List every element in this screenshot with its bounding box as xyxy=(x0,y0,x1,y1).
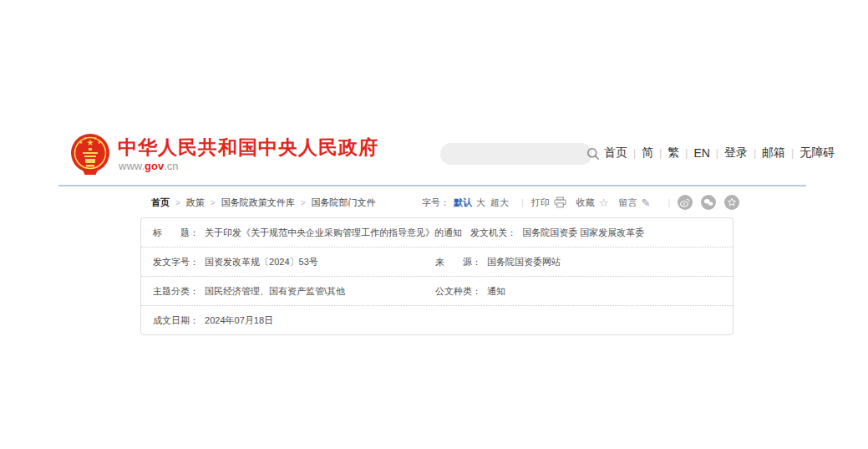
doc-type-label: 公文种类： xyxy=(435,286,481,296)
toolbar: 字号： 默认 大 超大 | 打印 收藏 ☆ 留言 ✎ | xyxy=(422,195,739,210)
national-emblem-logo[interactable]: ★ ★ ★ ★ ★ xyxy=(67,131,114,178)
title-label: 标 题： xyxy=(153,227,199,237)
doc-number-value: 国资发改革规〔2024〕53号 xyxy=(205,257,318,267)
meta-cell-source: 来 源： 国务院国资委网站 xyxy=(435,256,561,268)
site-url: www.gov.cn xyxy=(119,160,179,172)
topic-label: 主题分类： xyxy=(153,286,199,296)
font-size-default-button[interactable]: 默认 xyxy=(454,196,472,209)
breadcrumb-policy-library[interactable]: 国务院政策文件库 xyxy=(221,196,295,209)
toolbar-separator: | xyxy=(521,197,524,207)
site-url-cn: .cn xyxy=(164,160,178,172)
meta-cell-date: 成文日期： 2024年07月18日 xyxy=(153,314,435,327)
printer-icon xyxy=(554,196,566,208)
meta-cell-topic: 主题分类： 国民经济管理、国有资产监管\其他 xyxy=(153,285,435,298)
top-nav: 首页| 简| 繁| EN| 登录| 邮箱| 无障碍 xyxy=(598,145,840,161)
nav-link-simplified[interactable]: 简 xyxy=(636,145,659,161)
meta-row-date: 成文日期： 2024年07月18日 xyxy=(141,306,733,335)
comment-label: 留言 xyxy=(619,196,637,209)
topic-value: 国民经济管理、国有资产监管\其他 xyxy=(205,286,345,296)
meta-row-topic: 主题分类： 国民经济管理、国有资产监管\其他 公文种类： 通知 xyxy=(141,277,733,306)
site-url-www: www. xyxy=(119,160,145,172)
nav-link-mail[interactable]: 邮箱 xyxy=(756,145,791,161)
breadcrumb-policy[interactable]: 政策 xyxy=(186,196,205,209)
meta-row-doc-number: 发文字号： 国资发改革规〔2024〕53号 来 源： 国务院国资委网站 xyxy=(141,247,733,277)
font-size-xlarge-button[interactable]: 超大 xyxy=(490,196,509,209)
document-meta-box: 标 题： 关于印发《关于规范中央企业采购管理工作的指导意见》的通知 发文机关： … xyxy=(140,217,733,335)
star-icon: ☆ xyxy=(599,197,609,208)
comment-button[interactable]: 留言 ✎ xyxy=(619,196,651,209)
meta-cell-issuing-org: 发文机关： 国务院国资委 国家发展改革委 xyxy=(470,227,644,239)
breadcrumb-home[interactable]: 首页 xyxy=(151,196,170,209)
print-button[interactable]: 打印 xyxy=(531,196,566,209)
breadcrumb-department-docs[interactable]: 国务院部门文件 xyxy=(312,196,376,209)
font-size-label: 字号： xyxy=(422,196,449,209)
nav-link-home[interactable]: 首页 xyxy=(598,145,633,161)
meta-cell-doc-type: 公文种类： 通知 xyxy=(435,285,505,298)
toolbar-separator: | xyxy=(667,197,670,207)
breadcrumb: 首页 > 政策 > 国务院政策文件库 > 国务院部门文件 xyxy=(151,196,376,209)
favorite-button[interactable]: 收藏 ☆ xyxy=(576,196,609,209)
breadcrumb-separator: > xyxy=(301,198,306,207)
header-divider xyxy=(58,185,806,186)
doc-number-label: 发文字号： xyxy=(153,257,199,267)
breadcrumb-separator: > xyxy=(211,198,216,207)
source-value: 国务院国资委网站 xyxy=(487,257,561,267)
issuing-org-value: 国务院国资委 国家发展改革委 xyxy=(522,227,644,237)
svg-text:★: ★ xyxy=(84,135,88,140)
nav-link-accessibility[interactable]: 无障碍 xyxy=(794,145,840,161)
issuing-org-label: 发文机关： xyxy=(470,227,516,237)
meta-row-title: 标 题： 关于印发《关于规范中央企业采购管理工作的指导意见》的通知 发文机关： … xyxy=(141,218,733,247)
search-input[interactable] xyxy=(440,143,586,165)
doc-type-value: 通知 xyxy=(487,286,505,296)
meta-cell-title: 标 题： 关于印发《关于规范中央企业采购管理工作的指导意见》的通知 xyxy=(153,227,462,239)
source-label: 来 源： xyxy=(435,257,481,267)
favorite-label: 收藏 xyxy=(576,196,595,209)
weibo-share-icon[interactable] xyxy=(678,195,693,210)
wechat-share-icon[interactable] xyxy=(701,195,716,210)
pencil-icon: ✎ xyxy=(642,197,651,208)
print-label: 打印 xyxy=(531,196,550,209)
site-title[interactable]: 中华人民共和国中央人民政府 xyxy=(118,135,378,161)
nav-link-traditional[interactable]: 繁 xyxy=(662,145,685,161)
qzone-star-share-icon[interactable] xyxy=(724,195,739,210)
site-url-gov: gov xyxy=(145,160,164,172)
search-box xyxy=(440,143,592,165)
font-size-large-button[interactable]: 大 xyxy=(476,196,485,209)
svg-text:★: ★ xyxy=(98,140,102,145)
nav-link-login[interactable]: 登录 xyxy=(718,145,754,161)
title-value: 关于印发《关于规范中央企业采购管理工作的指导意见》的通知 xyxy=(205,227,462,237)
breadcrumb-separator: > xyxy=(175,198,180,207)
meta-cell-doc-number: 发文字号： 国资发改革规〔2024〕53号 xyxy=(153,256,435,268)
nav-link-english[interactable]: EN xyxy=(688,146,715,160)
share-icons xyxy=(678,195,739,210)
date-label: 成文日期： xyxy=(153,315,199,325)
date-value: 2024年07月18日 xyxy=(205,315,273,325)
